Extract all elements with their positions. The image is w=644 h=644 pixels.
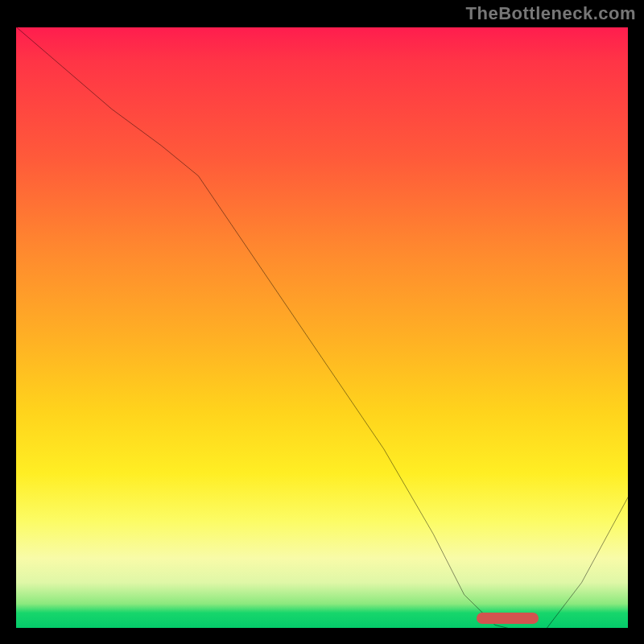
optimal-marker (477, 613, 539, 624)
watermark-text: TheBottleneck.com (466, 3, 636, 24)
plot-gradient (13, 24, 631, 631)
chart-frame: TheBottleneck.com (0, 0, 644, 644)
plot-area (13, 24, 631, 631)
